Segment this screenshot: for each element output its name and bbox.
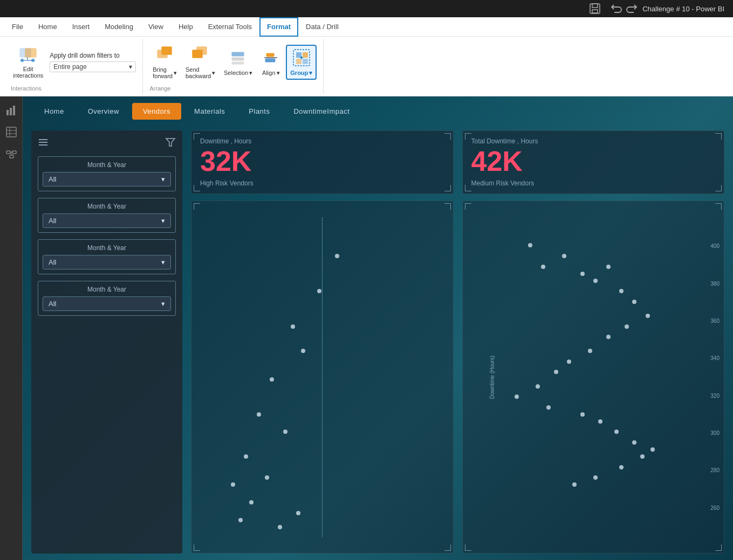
filter-dropdown-1-arrow: ▾ [161, 175, 165, 183]
save-icon[interactable] [588, 2, 601, 15]
undo-icon[interactable] [610, 2, 623, 15]
filter-dropdown-2-value: All [49, 217, 56, 225]
kpi-card-2: Total Downtime , Hours 42K Medium Risk V… [462, 130, 725, 194]
tab-modeling[interactable]: Modeling [97, 17, 141, 37]
y-label-300: 300 [710, 430, 720, 436]
scatter-dot [283, 430, 287, 434]
drill-filter-area: Apply drill down filters to Entire page … [50, 52, 136, 72]
nav-table-icon[interactable] [2, 122, 21, 142]
title-bar: Challenge # 10 - Power BI [0, 0, 733, 17]
redo-icon[interactable] [625, 2, 638, 15]
filter-dropdown-2-arrow: ▾ [161, 217, 165, 225]
scatter-dot [541, 265, 545, 269]
selection-arrow: ▾ [249, 70, 252, 77]
scatter-dot [614, 430, 619, 434]
svg-rect-17 [266, 53, 274, 57]
dashboard-nav: Home Overview Vendors Materials Plants D… [23, 96, 733, 126]
bring-forward-icon [155, 45, 175, 64]
scatter-dot [238, 518, 243, 522]
tab-view[interactable]: View [141, 17, 171, 37]
group-button[interactable]: Group ▾ [286, 45, 317, 80]
main-area: Home Overview Vendors Materials Plants D… [0, 96, 733, 560]
filter-dropdown-2[interactable]: All ▾ [43, 213, 171, 228]
nav-model-icon[interactable] [2, 144, 21, 163]
tab-home[interactable]: Home [31, 17, 65, 37]
nav-overview[interactable]: Overview [77, 103, 130, 120]
svg-rect-24 [6, 110, 9, 115]
scatter-dot [567, 359, 571, 364]
scatter-dot [231, 482, 235, 487]
drill-select-value: Entire page [53, 63, 86, 71]
svg-rect-26 [13, 106, 15, 115]
dashboard: Home Overview Vendors Materials Plants D… [23, 96, 733, 560]
tab-file[interactable]: File [4, 17, 31, 37]
align-label: Align [262, 70, 275, 76]
filter-card-2-title: Month & Year [43, 203, 171, 210]
filter-dropdown-1[interactable]: All ▾ [43, 172, 171, 186]
tab-format[interactable]: Format [259, 17, 298, 37]
send-backward-button[interactable]: Sendbackward ▾ [182, 43, 218, 81]
hamburger-icon[interactable] [38, 137, 49, 148]
selection-label: Selection [224, 70, 248, 76]
svg-rect-0 [590, 4, 600, 13]
scatter-dot [640, 454, 645, 459]
filter-dropdown-3[interactable]: All ▾ [43, 255, 171, 269]
tab-insert[interactable]: Insert [65, 17, 98, 37]
filter-card-1-title: Month & Year [43, 161, 171, 169]
drill-select[interactable]: Entire page ▾ [50, 61, 136, 72]
svg-rect-4 [25, 49, 36, 57]
nav-bar-chart-icon[interactable] [2, 101, 21, 120]
dashboard-content: Month & Year All ▾ Month & Year All ▾ [23, 126, 733, 558]
svg-rect-12 [193, 50, 202, 58]
kpi-card-1: Downtime , Hours 32K High Risk Vendors [191, 130, 454, 194]
scatter-dot [593, 279, 598, 283]
svg-point-7 [20, 59, 24, 62]
filter-panel: Month & Year All ▾ Month & Year All ▾ [31, 130, 182, 554]
edit-interactions-button[interactable]: Editinteractions [11, 43, 45, 81]
nav-downtime-impact[interactable]: DowntimeImpact [283, 103, 360, 120]
scatter-dot [296, 511, 300, 515]
svg-rect-32 [12, 151, 16, 154]
interactions-group: Editinteractions Apply drill down filter… [4, 39, 143, 94]
nav-materials[interactable]: Materials [183, 103, 236, 120]
filter-card-4: Month & Year All ▾ [38, 281, 176, 316]
scatter-dot [625, 324, 629, 329]
filter-card-1: Month & Year All ▾ [38, 156, 176, 191]
tab-help[interactable]: Help [171, 17, 201, 37]
send-backward-arrow: ▾ [212, 70, 215, 77]
align-button[interactable]: Align ▾ [258, 46, 284, 79]
kpi-2-value: 42K [471, 147, 716, 175]
svg-rect-23 [303, 59, 308, 64]
filter-card-3: Month & Year All ▾ [38, 239, 176, 274]
selection-button[interactable]: Selection ▾ [221, 46, 256, 79]
kpi-row: Downtime , Hours 32K High Risk Vendors T… [191, 130, 724, 194]
tab-data-drill[interactable]: Data / Drill [298, 17, 346, 37]
filter-dropdown-4[interactable]: All ▾ [43, 296, 171, 311]
scatter-dot [278, 525, 282, 529]
scatter-dot [588, 349, 592, 353]
svg-rect-20 [296, 52, 302, 58]
nav-vendors[interactable]: Vendors [132, 103, 181, 120]
bring-forward-button[interactable]: Bringforward ▾ [149, 43, 180, 81]
scatter-dot [646, 314, 650, 318]
svg-rect-33 [10, 155, 13, 158]
group-icon [292, 48, 311, 67]
nav-plants[interactable]: Plants [238, 103, 280, 120]
filter-icon[interactable] [165, 137, 176, 148]
scatter-dot [580, 272, 585, 276]
scatter-dot [265, 475, 269, 480]
svg-rect-25 [10, 108, 12, 115]
scatter-dot [546, 405, 551, 410]
y-label-340: 340 [710, 355, 720, 361]
tab-external-tools[interactable]: External Tools [201, 17, 259, 37]
scatter-chart-1 [191, 201, 454, 554]
undo-redo-area [606, 0, 642, 17]
scatter-vline-1 [322, 217, 323, 537]
scatter-dot [606, 335, 611, 339]
nav-home[interactable]: Home [33, 103, 75, 120]
y-label-400: 400 [710, 243, 720, 249]
selection-icon-area [229, 48, 248, 70]
window-title: Challenge # 10 - Power BI [642, 5, 724, 13]
align-icon-area [261, 48, 280, 70]
kpi-1-sublabel: High Risk Vendors [200, 179, 444, 187]
